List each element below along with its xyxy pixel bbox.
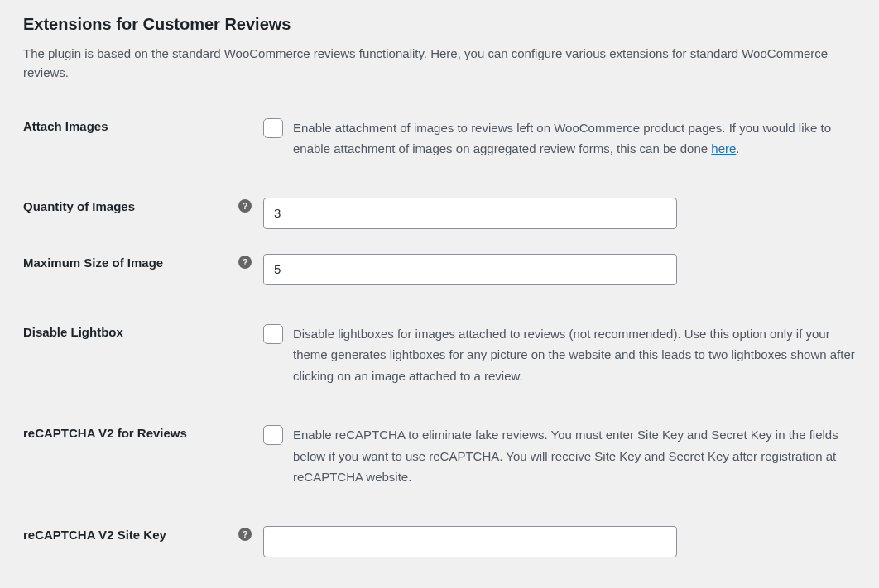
- max-size-row: Maximum Size of Image ?: [23, 254, 856, 285]
- max-size-label: Maximum Size of Image: [23, 256, 163, 270]
- disable-lightbox-row: Disable Lightbox Disable lightboxes for …: [23, 323, 856, 387]
- disable-lightbox-description: Disable lightboxes for images attached t…: [293, 323, 856, 387]
- quantity-row: Quantity of Images ?: [23, 198, 856, 229]
- site-key-row: reCAPTCHA V2 Site Key ?: [23, 526, 856, 557]
- help-icon[interactable]: ?: [238, 256, 252, 269]
- quantity-input[interactable]: [263, 198, 677, 229]
- attach-images-row: Attach Images Enable attachment of image…: [23, 117, 856, 160]
- disable-lightbox-label: Disable Lightbox: [23, 325, 123, 339]
- recaptcha-label: reCAPTCHA V2 for Reviews: [23, 426, 187, 440]
- attach-images-here-link[interactable]: here: [711, 141, 736, 155]
- attach-images-label: Attach Images: [23, 119, 108, 133]
- attach-images-checkbox[interactable]: [263, 118, 283, 138]
- help-icon[interactable]: ?: [238, 199, 252, 213]
- help-icon[interactable]: ?: [238, 528, 252, 541]
- quantity-label: Quantity of Images: [23, 199, 135, 213]
- recaptcha-row: reCAPTCHA V2 for Reviews Enable reCAPTCH…: [23, 424, 856, 488]
- max-size-input[interactable]: [263, 254, 677, 285]
- attach-images-description: Enable attachment of images to reviews l…: [293, 117, 856, 160]
- section-heading: Extensions for Customer Reviews: [23, 8, 856, 34]
- site-key-label: reCAPTCHA V2 Site Key: [23, 528, 166, 542]
- recaptcha-checkbox[interactable]: [263, 425, 283, 445]
- recaptcha-description: Enable reCAPTCHA to eliminate fake revie…: [293, 424, 856, 488]
- disable-lightbox-checkbox[interactable]: [263, 324, 283, 344]
- section-description: The plugin is based on the standard WooC…: [23, 44, 856, 83]
- site-key-input[interactable]: [263, 526, 677, 557]
